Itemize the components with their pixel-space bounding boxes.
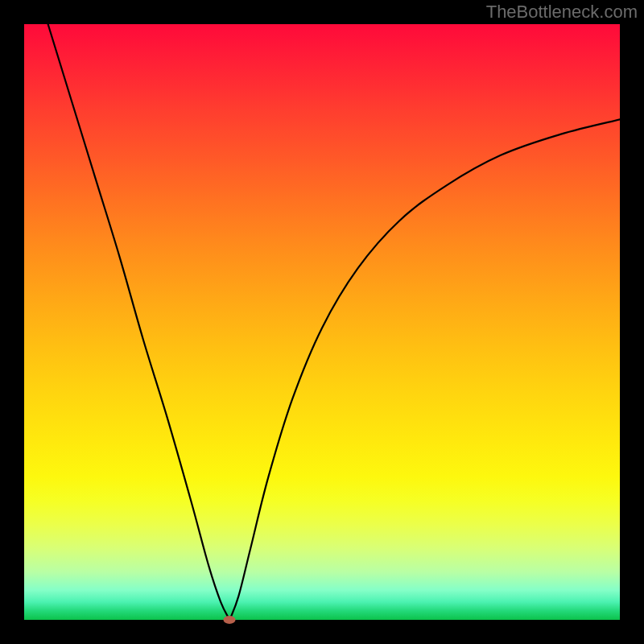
bottleneck-curve bbox=[48, 24, 620, 620]
watermark-text: TheBottleneck.com bbox=[486, 2, 638, 23]
minimum-marker bbox=[224, 616, 236, 624]
curve-layer bbox=[24, 24, 620, 620]
plot-area bbox=[24, 24, 620, 620]
